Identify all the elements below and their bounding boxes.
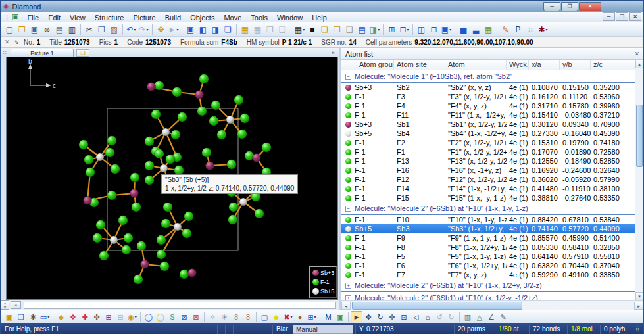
cell[interactable]: 0.27330: [529, 130, 560, 137]
table-row[interactable]: F-1F6"F6" (1-x, 1/2+y, 1/2...4e (1)0.638…: [341, 261, 635, 270]
build-molecule-icon[interactable]: ✣: [91, 311, 103, 322]
atom-sb5[interactable]: [239, 198, 247, 206]
column-header-z-c[interactable]: z/c: [591, 60, 622, 70]
navigate-structure-icon[interactable]: ⇘: [14, 39, 20, 45]
cell[interactable]: F13: [394, 157, 445, 165]
horizontal-scroll-track[interactable]: [351, 302, 634, 310]
atom-f[interactable]: [163, 203, 172, 212]
cell[interactable]: F2: [394, 139, 445, 147]
cell[interactable]: 0.35200: [591, 84, 622, 91]
column-header-atom-site[interactable]: Atom site: [394, 60, 445, 70]
pan-tool-icon[interactable]: ✥: [362, 311, 374, 322]
table-row[interactable]: F-1F12"F12" (x, 1/2-y, 1/2+z)4e (1)0.360…: [341, 175, 635, 184]
cell[interactable]: F1: [394, 148, 445, 156]
atom-f[interactable]: [84, 155, 93, 164]
atom-f[interactable]: [134, 275, 143, 284]
dropdown-arrow-icon[interactable]: ▾: [47, 314, 49, 319]
cell[interactable]: F8: [394, 243, 445, 251]
dropdown-arrow-icon[interactable]: ▾: [407, 27, 409, 32]
save-icon[interactable]: ▣: [28, 24, 41, 36]
view-home-icon[interactable]: ⌂: [422, 311, 433, 322]
atom-group-cell[interactable]: Sb+3: [341, 84, 394, 91]
atom-group-cell[interactable]: F-1: [341, 185, 394, 193]
table-row[interactable]: F-1F8"F8" (1-x, 1/2+y, 1/2...4e (1)0.853…: [341, 243, 635, 252]
cell[interactable]: F4: [394, 102, 445, 110]
cell[interactable]: "F7" (x, y, z): [445, 271, 507, 279]
cell[interactable]: "F12" (x, 1/2-y, 1/2+z): [445, 176, 507, 183]
hexagon-blue-icon[interactable]: ◯: [143, 311, 155, 322]
cell[interactable]: 0.16920: [529, 166, 560, 174]
cell[interactable]: "F3" (x, 1/2-y, 1/2+z): [445, 93, 507, 101]
vertical-scroll-thumb[interactable]: [636, 105, 643, 167]
spinner-down-icon[interactable]: ▼: [1, 305, 9, 309]
open-folder-icon[interactable]: ❒: [16, 24, 28, 36]
cell[interactable]: F9: [394, 234, 445, 242]
atom-f[interactable]: [118, 216, 128, 225]
plane-measure-icon[interactable]: ✎: [497, 311, 509, 322]
cell[interactable]: Sb3: [394, 225, 445, 233]
cell[interactable]: "Sb2" (x, y, z): [445, 84, 507, 91]
cell[interactable]: 0.36020: [529, 176, 560, 183]
fe-atom-icon[interactable]: ●: [294, 311, 306, 322]
coordination2-icon[interactable]: 8: [242, 311, 254, 322]
cell[interactable]: -0.16040: [560, 130, 591, 137]
table-row[interactable]: F-1F15"F15" (1-x, -y, 1-z)4e (1)0.38810-…: [341, 193, 635, 203]
atom-f[interactable]: [184, 212, 193, 221]
atom-group-cell[interactable]: F-1: [341, 234, 394, 242]
cell[interactable]: "F15" (1-x, -y, 1-z): [445, 194, 507, 202]
atom-sb3[interactable]: [147, 83, 156, 91]
cell[interactable]: 0.57910: [560, 252, 591, 260]
collapse-icon[interactable]: −: [345, 206, 351, 212]
import-structure-icon[interactable]: ❑: [343, 24, 356, 36]
cell[interactable]: 0.11120: [560, 93, 591, 101]
cell[interactable]: 4e (1): [507, 139, 529, 147]
atom-f[interactable]: [202, 148, 211, 157]
atom-sb5[interactable]: [162, 128, 170, 136]
coordination-icon[interactable]: 8: [230, 311, 242, 322]
cell[interactable]: F16: [394, 166, 445, 174]
table-row[interactable]: F-1F1"F1" (x, 1/2-y, 1/2+z)4e (1)0.17070…: [341, 147, 635, 156]
measure-m-icon[interactable]: M: [322, 311, 334, 322]
cascade-icon[interactable]: ▣▾: [440, 24, 453, 36]
atom-f[interactable]: [145, 176, 154, 185]
cell[interactable]: 0.88420: [529, 216, 560, 224]
delete-symmetry-icon[interactable]: ✖▾: [282, 311, 294, 322]
maximize-button[interactable]: ❐: [561, 2, 578, 11]
walk-icon[interactable]: ✱▾: [537, 24, 549, 36]
menu-structure[interactable]: Structure: [90, 13, 129, 22]
cell[interactable]: 0.53350: [591, 194, 622, 202]
vertical-scroll-track[interactable]: [635, 68, 643, 292]
cell[interactable]: 0.45390: [591, 130, 622, 137]
cell[interactable]: "F13" (x, 1/2-y, 1/2+z): [445, 157, 507, 165]
dropdown-arrow-icon[interactable]: ▾: [147, 27, 149, 32]
atom-f[interactable]: [228, 215, 237, 224]
atom-group-cell[interactable]: Sb+5: [341, 225, 394, 233]
cell[interactable]: F14: [394, 185, 445, 193]
cell[interactable]: "F9" (1-x, 1-y, 1-z): [445, 234, 507, 242]
dropdown-arrow-icon[interactable]: ▾: [314, 314, 316, 319]
cell[interactable]: 0.55810: [591, 252, 622, 260]
cell[interactable]: "F8" (1-x, 1/2+y, 1/2...: [445, 243, 507, 251]
molecule-group-header[interactable]: +Molecule: "Molecule 2" (F6Sb1) at "F10"…: [341, 292, 635, 300]
cell[interactable]: 4e (1): [507, 166, 529, 174]
atom-f[interactable]: [166, 155, 175, 164]
drag-mode-icon[interactable]: ✥: [155, 24, 167, 36]
cell[interactable]: 0.74140: [529, 225, 560, 233]
packing-icon[interactable]: ⊠: [178, 311, 190, 322]
atom-f[interactable]: [157, 250, 166, 259]
close-structure-icon[interactable]: ✕: [5, 39, 10, 45]
color-table-icon[interactable]: ⊞▾: [306, 311, 318, 322]
horizontal-scroll-thumb[interactable]: [352, 302, 522, 310]
cell[interactable]: 0.59290: [529, 271, 560, 279]
atom-group-cell[interactable]: Sb+3: [341, 120, 394, 128]
cell[interactable]: 4e (1): [507, 262, 529, 270]
cell[interactable]: 4e (1): [507, 252, 529, 260]
atom-list-vertical-scrollbar[interactable]: ▲ ▼: [635, 60, 643, 300]
cell[interactable]: 0.15310: [529, 139, 560, 147]
build-tools-icon[interactable]: ✱: [27, 311, 39, 322]
cell[interactable]: 0.33850: [591, 271, 622, 279]
table-row[interactable]: F-1F4"F4" (x, y, z)4e (1)0.317100.157800…: [341, 101, 635, 110]
cell[interactable]: 0.39960: [591, 102, 622, 110]
column-header-atom-group[interactable]: Atom group: [341, 60, 394, 70]
data-sheet-icon[interactable]: ▅: [457, 24, 470, 36]
